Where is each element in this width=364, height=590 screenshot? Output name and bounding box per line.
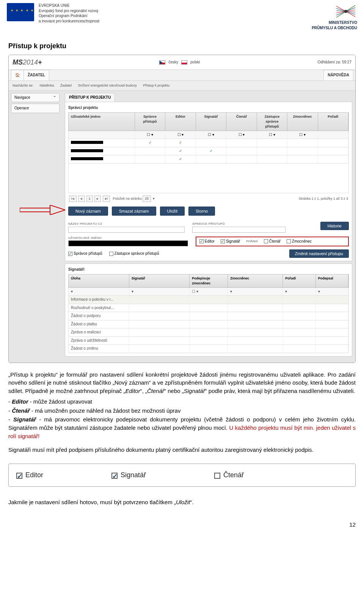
checkbox-editor[interactable] (199, 239, 204, 243)
ministry-line: MINISTERSTVO (312, 21, 357, 25)
text: Čtenář (147, 388, 164, 394)
col-signatar[interactable]: Signatář (196, 113, 226, 131)
page-title: Přístup k projektu (8, 41, 356, 51)
col-ctenar[interactable]: Čtenář (226, 113, 257, 131)
list-item[interactable]: Žádost o změnu (68, 345, 349, 353)
text: Signatář (13, 416, 36, 423)
list-item[interactable]: Žádost o podporu (68, 312, 349, 320)
checkbox-ctenar[interactable] (264, 239, 268, 243)
history-button[interactable]: Historie (320, 222, 349, 230)
sidebar-item-operace[interactable]: Operace (11, 104, 60, 113)
list-item[interactable]: Žádost o platbu (68, 320, 349, 329)
pager-first-icon[interactable]: I◂ (69, 196, 77, 202)
checkbox-signatar[interactable] (221, 239, 225, 243)
lang-switch[interactable]: česky polski (159, 60, 200, 65)
text: “ nebo „ (164, 388, 184, 394)
chevron-up-icon: ⌃ (53, 95, 56, 101)
list-item[interactable]: Rozhodnutí o poskytnut... (68, 304, 349, 312)
breadcrumb-item[interactable]: Přístup k projektu (143, 84, 169, 87)
col-zastupce[interactable]: Zástupce správce přístupů (257, 113, 287, 131)
paragraph: Jakmile je nastavení sdílení hotovo, mus… (8, 498, 356, 506)
sidebar-label: Navigace (14, 95, 30, 101)
pager-last-icon[interactable]: ▸I (103, 196, 110, 202)
scol-signatar[interactable]: Signatář (129, 274, 190, 287)
eu-line: Operační program Podnikání (39, 13, 99, 19)
breadcrumb-item[interactable]: Nástěnka (40, 84, 54, 87)
pager-buttons[interactable]: I◂ ◂ 1 ▸ ▸I Položek na stránku 25 ▾ (69, 196, 155, 202)
ministry-block: MINISTERSTVO PRŮMYSLU A OBCHODU (312, 3, 357, 30)
tab-zadatel[interactable]: ŽADATEL (24, 70, 49, 80)
flag-pl-icon[interactable] (181, 60, 187, 65)
sidebar-label: Operace (14, 106, 29, 111)
checkbox-spravce[interactable] (68, 252, 72, 256)
text: Uložit (176, 499, 190, 505)
users-grid-filter: ☐ ▾☐ ▾☐ ▾☐ ▾☐ ▾☐ ▾ (68, 131, 349, 139)
srow-label: Informace o pokroku v r... (69, 296, 129, 304)
table-row[interactable]: ✓ (68, 155, 349, 164)
checkbox-zmocnenec[interactable] (287, 239, 291, 243)
eu-text: EVROPSKÁ UNIE Evropský fond pro regionál… (39, 3, 99, 24)
redacted (71, 141, 103, 144)
tab-napoveda[interactable]: NÁPOVĚDA (323, 70, 353, 80)
scol-uloha[interactable]: Úloha (69, 274, 129, 287)
list-item[interactable]: Zpráva o realizaci (68, 328, 349, 337)
breadcrumb: Nacházíte se: Nástěnka Žadatel Snížení e… (9, 81, 355, 91)
label-nazev: NÁZEV PROJEKTU CZ (68, 222, 185, 226)
tab-home[interactable] (11, 70, 24, 80)
scol-podepsal[interactable]: Podepsal (316, 274, 348, 287)
delete-record-button[interactable]: Smazat záznam (112, 207, 156, 216)
scol-podepisuje[interactable]: Podepisuje zmocněnec (190, 274, 228, 287)
redacted (71, 149, 103, 152)
svg-marker-2 (50, 205, 65, 215)
change-access-button[interactable]: Změnit nastavení přístupu (289, 249, 349, 258)
pager-size[interactable]: 25 (143, 196, 151, 202)
cancel-button[interactable]: Storno (188, 207, 215, 216)
input-nazev[interactable] (68, 227, 185, 233)
pager-info: Stránka 1 z 1, položky 1 až 3 z 3 (299, 196, 348, 201)
col-user[interactable]: Uživatelské jméno (69, 113, 135, 131)
list-line: - Čtenář - má umožněn pouze náhled na žá… (8, 407, 356, 415)
text: Čtenář (223, 471, 244, 479)
col-spravce[interactable]: Správce přístupů (135, 113, 165, 131)
sidebar-item-navigace[interactable]: Navigace ⌃ (11, 93, 60, 103)
breadcrumb-item[interactable]: Snížení energetické náročnosti budovy (78, 84, 137, 87)
pager: I◂ ◂ 1 ▸ ▸I Položek na stránku 25 ▾ Strá… (68, 193, 349, 204)
text: Editor (126, 388, 140, 394)
input-uzivatel[interactable] (68, 240, 188, 246)
scol-poradi[interactable]: Pořadí (283, 274, 315, 287)
scol-zmocnenec[interactable]: Zmocněnec (228, 274, 283, 287)
label-uzivatel: UŽIVATELSKÉ JMÉNO (68, 236, 188, 240)
pager-page[interactable]: 1 (86, 196, 93, 202)
col-zmocnenec[interactable]: Zmocněnec (287, 113, 318, 131)
list-item[interactable]: Zpráva o udržitelnosti (68, 337, 349, 345)
checkbox-zastupce[interactable] (109, 252, 113, 256)
pager-next-icon[interactable]: ▸ (94, 196, 101, 202)
breadcrumb-item[interactable]: Žadatel (60, 84, 72, 87)
main-panel: PŘÍSTUP K PROJEKTU Správci projektu Uživ… (62, 91, 355, 363)
new-record-button[interactable]: Nový záznam (68, 207, 108, 216)
role-spravce-label: Správce přístupů (74, 251, 102, 256)
list-item[interactable]: Informace o pokroku v r... (68, 296, 349, 304)
col-poradi[interactable]: Pořadí (318, 113, 348, 131)
col-editor[interactable]: Editor (165, 113, 196, 131)
pager-prev-icon[interactable]: ◂ (78, 196, 85, 202)
lang-pl-label[interactable]: polski (190, 60, 200, 65)
srow-label: Zpráva o realizaci (69, 328, 129, 336)
flag-cz-icon[interactable] (159, 60, 165, 65)
roles-snippet: Editor Signatář Čtenář (8, 464, 356, 486)
svg-rect-1 (20, 208, 50, 212)
panel-spravci: Správci projektu Uživatelské jméno Správ… (65, 102, 352, 261)
checkbox-icon (111, 473, 118, 479)
table-row[interactable]: ✓✓ (68, 147, 349, 156)
lang-cz-label[interactable]: česky (168, 60, 178, 65)
appbar: MS2014+ česky polski Odhlášení za: 59:27 (9, 55, 355, 70)
save-button[interactable]: Uložit (160, 207, 185, 216)
table-row[interactable]: ✓✓ (68, 139, 349, 147)
input-spravce[interactable] (192, 227, 286, 233)
text: Editor (25, 471, 43, 479)
text: - může žádost upravovat (28, 398, 92, 405)
text: - má umožněn pouze náhled na žádost bez … (30, 407, 181, 414)
snip-ctenar: Čtenář (214, 470, 244, 480)
redacted (71, 157, 103, 160)
app-screenshot: MS2014+ česky polski Odhlášení za: 59:27… (8, 55, 356, 363)
